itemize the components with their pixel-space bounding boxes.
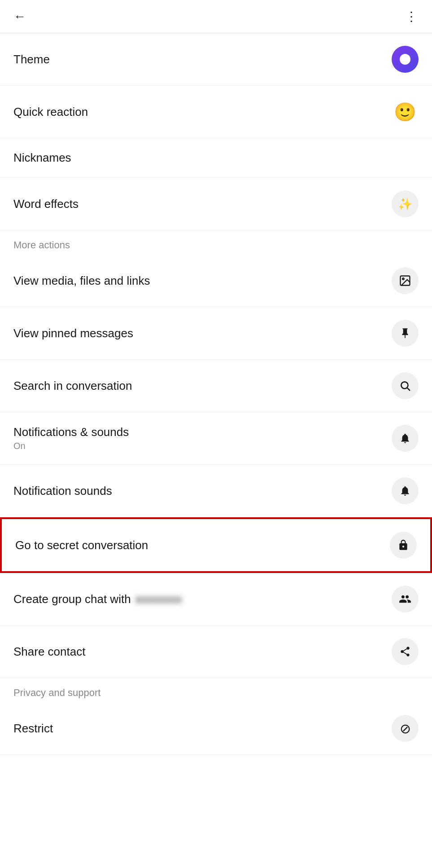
notifications-sounds-text-group: Notifications & sounds On [13, 425, 129, 451]
svg-point-2 [401, 382, 408, 388]
nicknames-label: Nicknames [13, 151, 71, 165]
group-icon [392, 586, 419, 612]
menu-item-theme[interactable]: Theme [0, 33, 432, 86]
restrict-icon: ⊘ [392, 715, 419, 742]
svg-line-3 [407, 388, 410, 391]
menu-item-nicknames[interactable]: Nicknames [0, 138, 432, 178]
menu-item-word-effects[interactable]: Word effects ✨ [0, 178, 432, 230]
menu-item-restrict[interactable]: Restrict ⊘ [0, 702, 432, 755]
menu-item-create-group[interactable]: Create group chat with xxxxxxxx [0, 573, 432, 626]
view-media-icon [392, 267, 419, 294]
create-group-label: Create group chat with [13, 592, 131, 606]
share-contact-label: Share contact [13, 645, 85, 659]
view-pinned-label: View pinned messages [13, 326, 133, 340]
notification-sounds-label: Notification sounds [13, 484, 112, 498]
svg-point-1 [402, 278, 404, 280]
view-media-label: View media, files and links [13, 274, 150, 288]
theme-icon [392, 46, 419, 73]
secret-conversation-label: Go to secret conversation [15, 538, 148, 552]
pin-icon [392, 320, 419, 347]
lock-icon [390, 532, 417, 559]
menu-item-quick-reaction[interactable]: Quick reaction 🙂 [0, 86, 432, 138]
create-group-name-blurred: xxxxxxxx [135, 592, 182, 606]
menu-item-notification-sounds[interactable]: Notification sounds [0, 465, 432, 517]
quick-reaction-label: Quick reaction [13, 105, 88, 119]
word-effects-icon: ✨ [392, 190, 419, 217]
share-icon [392, 638, 419, 665]
restrict-label: Restrict [13, 722, 53, 736]
menu-item-search-conversation[interactable]: Search in conversation [0, 360, 432, 412]
menu-item-view-pinned[interactable]: View pinned messages [0, 307, 432, 360]
bell-icon-notifications [392, 425, 419, 452]
menu-item-view-media[interactable]: View media, files and links [0, 255, 432, 307]
section-more-actions: More actions [0, 230, 432, 255]
header: ← ⋮ [0, 0, 432, 33]
more-options-button[interactable]: ⋮ [405, 9, 419, 24]
bell-icon-notification-sounds [392, 477, 419, 504]
word-effects-label: Word effects [13, 197, 79, 211]
theme-label: Theme [13, 53, 50, 66]
quick-reaction-icon: 🙂 [392, 98, 419, 125]
search-conversation-label: Search in conversation [13, 379, 132, 393]
back-button[interactable]: ← [13, 9, 26, 24]
section-privacy-support: Privacy and support [0, 678, 432, 702]
notifications-sounds-sublabel: On [13, 441, 129, 451]
menu-item-secret-conversation[interactable]: Go to secret conversation [0, 517, 432, 573]
create-group-text-group: Create group chat with xxxxxxxx [13, 592, 182, 606]
menu-item-notifications-sounds[interactable]: Notifications & sounds On [0, 412, 432, 465]
search-icon [392, 372, 419, 399]
menu-item-share-contact[interactable]: Share contact [0, 626, 432, 678]
notifications-sounds-label: Notifications & sounds [13, 425, 129, 439]
